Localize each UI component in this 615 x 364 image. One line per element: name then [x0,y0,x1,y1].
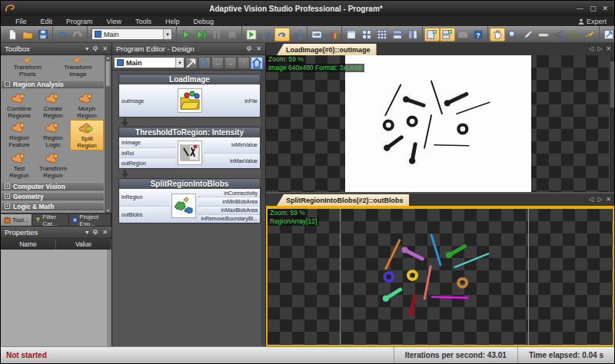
preview-top-tab[interactable]: LoadImage(#0)::outImage [277,44,377,55]
open-file-button[interactable] [20,28,35,41]
filter-block-thresholdtoregion-intensity[interactable]: ThresholdToRegion: IntensityinImageinRoi… [118,127,261,169]
port-outImage[interactable]: outImage [119,84,175,117]
pause-button[interactable] [209,28,224,41]
menu-debug[interactable]: Debug [186,18,221,25]
toolbox-item-transform-pixels[interactable]: TransformPixels [11,55,45,78]
macrofilter-combo[interactable]: Main ▼ [114,57,184,68]
toolbox-item-test-region[interactable]: TestRegion [2,151,36,180]
expert-mode-indicator[interactable]: Expert [578,18,607,25]
port-inMaxValue[interactable]: inMaxValue [204,154,261,169]
properties-pin-button[interactable] [92,230,98,236]
panel-tab-tool[interactable]: Tool... [1,214,32,226]
back-button[interactable]: ← [211,57,224,69]
menu-program[interactable]: Program [59,18,100,25]
home-button[interactable] [251,57,263,69]
step-into-button[interactable] [259,28,274,41]
expand-icon[interactable]: + [5,204,10,209]
properties-column-name[interactable]: Name [1,239,56,250]
toolbox-item-region-logic[interactable]: RegionLogic [36,120,70,151]
toolbox-close-button[interactable]: ✕ [102,45,108,52]
minimize-button[interactable]: — [577,5,583,12]
preview-bottom-tab[interactable]: SplitRegionIntoBlobs(#2)::outBlobs [277,194,409,206]
collapse-icon[interactable]: − [5,81,10,87]
add-preview-button[interactable] [424,28,440,41]
tab-prev-icon[interactable]: ◁ [589,45,593,52]
toolbox-item-transform-image[interactable]: TransformImage [61,55,95,78]
port-inMinBlobArea[interactable]: inMinBlobArea [198,197,260,206]
navigate-button[interactable] [185,57,198,69]
step-out-button[interactable] [290,28,305,41]
port-outBlobs[interactable]: outBlobs [119,207,169,223]
toolbox-item-region-feature[interactable]: RegionFeature [2,120,36,151]
step-over-button[interactable] [274,28,290,41]
toolbox-section-region-analysis[interactable]: −Region Analysis [2,80,104,88]
port-inConnectivity[interactable]: inConnectivity [198,189,260,197]
toolbox-item-morph-region[interactable]: MorphRegion [70,91,104,120]
port-inFile[interactable]: inFile [204,84,261,117]
tab-close-icon[interactable]: ✕ [606,196,611,203]
toolbox-pin-button[interactable] [92,46,98,52]
toolbox-section-program-i-o[interactable]: +Program I/O [2,212,104,213]
new-file-button[interactable] [5,28,20,41]
menu-file[interactable]: File [8,18,34,25]
iterate-button[interactable] [244,28,259,41]
crosshair-tool-button[interactable] [567,28,582,41]
undo-button[interactable] [55,28,70,41]
layout-2x2-button[interactable] [359,28,374,41]
toolbox-menu-button[interactable]: ▾ [85,45,88,52]
program-canvas[interactable]: LoadImageoutImageinFile...ThresholdToReg… [112,71,265,346]
properties-column-value[interactable]: Value [56,239,111,250]
tab-close-icon[interactable]: ✕ [606,45,611,52]
tab-next-icon[interactable]: ▷ [597,196,602,203]
run-button[interactable] [178,28,194,41]
more-ports-indicator[interactable]: ... [187,115,192,118]
layout-rows-button[interactable] [390,28,405,41]
probe-tool-button[interactable] [520,28,536,41]
properties-close-button[interactable]: ✕ [102,229,108,236]
menu-edit[interactable]: Edit [34,18,60,25]
program-selector-combo[interactable]: Main▼ [91,28,172,40]
expand-icon[interactable]: + [5,194,10,199]
fullscreen-button[interactable] [601,28,615,41]
combo-dropdown-arrow[interactable]: ▼ [175,58,184,68]
port-inMaxBlobArea[interactable]: inMaxBlobArea [198,207,260,215]
menu-tools[interactable]: Tools [128,18,158,25]
layout-cols-button[interactable] [405,28,421,41]
toolbox-scrollbar[interactable]: ▲▼ [105,55,111,213]
close-button[interactable]: ✕ [602,5,608,12]
forward-button[interactable]: → [224,57,237,69]
measure-tool-button[interactable] [536,28,551,41]
angle-tool-button[interactable] [551,28,567,41]
filter-block-loadimage[interactable]: LoadImageoutImageinFile... [118,74,261,117]
maximize-button[interactable]: ▢ [590,5,597,12]
program-editor-close-button[interactable]: ✕ [256,45,261,52]
redo-button[interactable] [70,28,85,41]
expand-icon[interactable]: + [5,184,10,189]
toolbox-item-split-region[interactable]: SplitRegion [70,120,104,151]
blobs-preview-viewport[interactable]: Zoom: 59 % RegionArray[12] [266,207,614,346]
save-file-button[interactable] [35,28,51,41]
properties-menu-button[interactable]: ▾ [85,229,88,236]
preview-top-scrollbar[interactable] [609,55,614,192]
tab-prev-icon[interactable]: ◁ [589,196,593,203]
program-canvas-scrollbar[interactable] [261,71,265,346]
toolbox-item-combine-regions[interactable]: CombineRegions [2,91,36,120]
toolbox-item-create-region[interactable]: CreateRegion [36,91,70,120]
toolbox-section-geometry[interactable]: +Geometry [2,192,104,200]
toolbox-section-logic-math[interactable]: +Logic & Math [2,202,104,210]
menu-view[interactable]: View [100,18,128,25]
port-inRemoveBoundaryBl...[interactable]: inRemoveBoundaryBl... [198,215,260,223]
toolbox-item-transform-region[interactable]: TransformRegion [36,151,70,180]
filter-block-splitregionintoblobs[interactable]: SplitRegionIntoBlobsinRegionoutBlobsinCo… [118,178,261,223]
combo-dropdown-arrow[interactable]: ▼ [163,29,171,39]
feedback-button[interactable] [455,28,470,41]
program-editor-pin-button[interactable] [246,46,252,52]
hmi-designer-button[interactable]: HMI [309,28,324,41]
menu-help[interactable]: Help [158,18,187,25]
up-button[interactable]: ↑ [238,57,250,69]
run-until-button[interactable] [194,28,209,41]
toolbox-section-computer-vision[interactable]: +Computer Vision [2,182,104,190]
port-inMinValue[interactable]: inMinValue [204,137,261,154]
panel-tab-projectexp[interactable]: Project Exp... [69,214,111,226]
panel-tab-filtercat[interactable]: Filter Cat... [32,214,69,226]
